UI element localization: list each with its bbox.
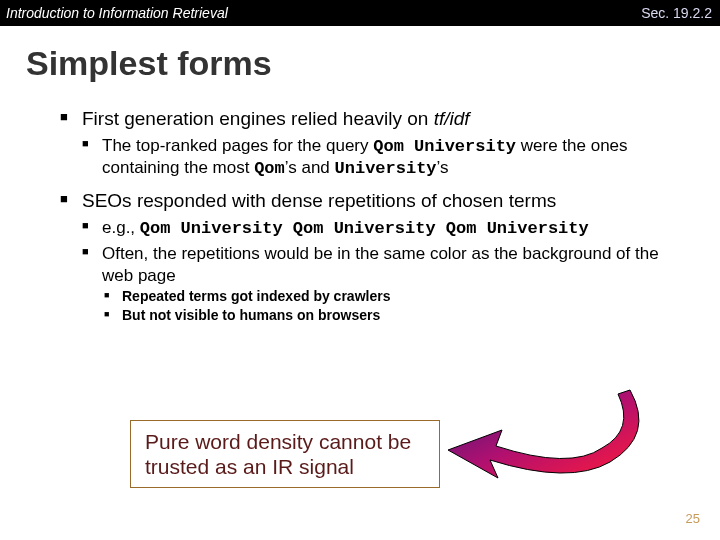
query-term: Qom University bbox=[373, 137, 516, 156]
bullet-level2: e.g., Qom University Qom University Qom … bbox=[82, 217, 690, 239]
query-term: Qom bbox=[254, 159, 285, 178]
query-term: University bbox=[335, 159, 437, 178]
tfidf-term: tf/idf bbox=[434, 108, 470, 129]
header-left: Introduction to Information Retrieval bbox=[6, 5, 228, 21]
bullet-level1: First generation engines relied heavily … bbox=[60, 107, 690, 131]
text: e.g., bbox=[102, 218, 140, 237]
header-section: Sec. 19.2.2 bbox=[641, 5, 712, 21]
repeated-terms: Qom University Qom University Qom Univer… bbox=[140, 219, 589, 238]
slide-title: Simplest forms bbox=[0, 26, 720, 97]
text: ’s bbox=[437, 158, 449, 177]
page-number: 25 bbox=[686, 511, 700, 526]
callout-box: Pure word density cannot be trusted as a… bbox=[130, 420, 440, 488]
bullet-level2: The top-ranked pages for the query Qom U… bbox=[82, 135, 690, 180]
bullet-level2: Often, the repetitions would be in the s… bbox=[82, 243, 690, 286]
text: First generation engines relied heavily … bbox=[82, 108, 434, 129]
bullet-level3: Repeated terms got indexed by crawlers bbox=[104, 288, 690, 306]
bullet-level3: But not visible to humans on browsers bbox=[104, 307, 690, 325]
bullet-level1: SEOs responded with dense repetitions of… bbox=[60, 189, 690, 213]
text: ’s and bbox=[285, 158, 335, 177]
slide-body: First generation engines relied heavily … bbox=[0, 107, 720, 325]
header-bar: Introduction to Information Retrieval Se… bbox=[0, 0, 720, 26]
curved-arrow-icon bbox=[430, 380, 670, 500]
text: The top-ranked pages for the query bbox=[102, 136, 373, 155]
callout-group: Pure word density cannot be trusted as a… bbox=[130, 420, 670, 500]
